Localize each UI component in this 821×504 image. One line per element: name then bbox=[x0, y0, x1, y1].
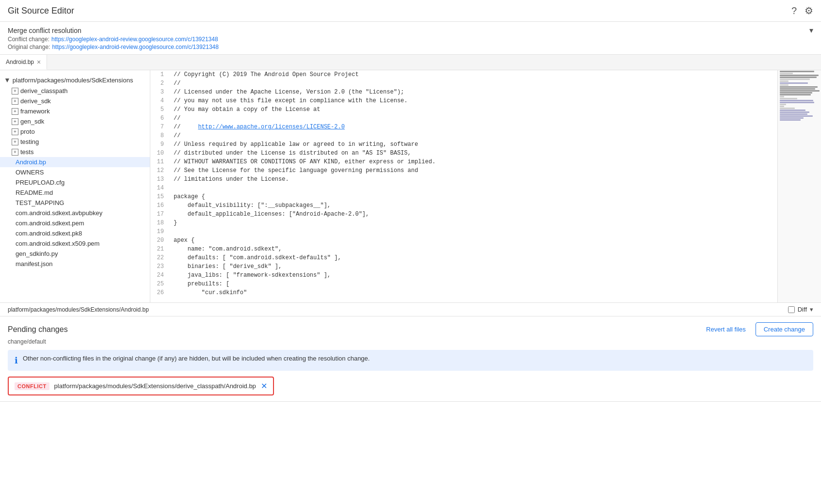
folder-expand-icon: + bbox=[12, 108, 18, 115]
conflict-change-label: Conflict change: bbox=[8, 36, 49, 43]
settings-icon[interactable]: ⚙ bbox=[805, 5, 813, 16]
diff-dropdown-icon[interactable]: ▾ bbox=[810, 306, 813, 313]
table-row: 1// Copyright (C) 2019 The Android Open … bbox=[150, 70, 777, 79]
line-number: 7 bbox=[150, 123, 170, 131]
line-number: 4 bbox=[150, 96, 170, 105]
tree-file-com-android-sdkext-pem[interactable]: com.android.sdkext.pem bbox=[0, 218, 150, 228]
pending-subtitle: change/default bbox=[8, 338, 813, 345]
tree-file-com-android-sdkext-pk8[interactable]: com.android.sdkext.pk8 bbox=[0, 228, 150, 238]
tree-file-com-android-sdkext-x509-pem[interactable]: com.android.sdkext.x509.pem bbox=[0, 238, 150, 249]
line-code: default_applicable_licenses: ["Android-A… bbox=[170, 210, 777, 219]
tree-file-manifest-json[interactable]: manifest.json bbox=[0, 259, 150, 269]
folder-expand-icon: + bbox=[12, 88, 18, 94]
top-bar: Git Source Editor ? ⚙ bbox=[0, 0, 821, 22]
file-label: Android.bp bbox=[16, 158, 46, 166]
table-row: 4// you may not use this file except in … bbox=[150, 96, 777, 105]
line-code bbox=[170, 184, 777, 192]
tree-folder-derive_classpath[interactable]: +derive_classpath bbox=[0, 86, 150, 96]
tree-folder-framework[interactable]: +framework bbox=[0, 106, 150, 116]
folder-label: proto bbox=[20, 128, 35, 135]
conflict-file-path: platform/packages/modules/SdkExtensions/… bbox=[54, 382, 256, 390]
line-code: name: "com.android.sdkext", bbox=[170, 245, 777, 253]
tree-root[interactable]: ▼ platform/packages/modules/SdkExtension… bbox=[0, 74, 150, 86]
line-code: apex { bbox=[170, 236, 777, 245]
table-row: 23 binaries: [ "derive_sdk" ], bbox=[150, 262, 777, 271]
file-label: TEST_MAPPING bbox=[16, 199, 64, 206]
path-bar: platform/packages/modules/SdkExtensions/… bbox=[0, 303, 821, 316]
file-tab-name: Android.bp bbox=[6, 59, 34, 65]
folder-label: tests bbox=[20, 148, 33, 156]
file-label: com.android.sdkext.pem bbox=[16, 220, 84, 227]
line-number: 25 bbox=[150, 280, 170, 288]
code-table: 1// Copyright (C) 2019 The Android Open … bbox=[150, 70, 777, 297]
main-area: ▼ platform/packages/modules/SdkExtension… bbox=[0, 70, 821, 303]
folder-expand-icon: + bbox=[12, 139, 18, 145]
original-change-row: Original change: https://googleplex-andr… bbox=[8, 44, 813, 50]
table-row: 6// bbox=[150, 114, 777, 123]
tree-file-com-android-sdkext-avbpubkey[interactable]: com.android.sdkext.avbpubkey bbox=[0, 208, 150, 218]
create-change-button[interactable]: Create change bbox=[756, 322, 813, 336]
file-tab-close-icon[interactable]: × bbox=[37, 58, 41, 66]
folder-label: derive_sdk bbox=[20, 97, 51, 105]
line-number: 8 bbox=[150, 131, 170, 140]
table-row: 24 java_libs: [ "framework-sdkextensions… bbox=[150, 271, 777, 280]
line-code: // http://www.apache.org/licenses/LICENS… bbox=[170, 123, 777, 131]
file-tree: ▼ platform/packages/modules/SdkExtension… bbox=[0, 70, 150, 302]
merge-conflict-title: Merge conflict resolution bbox=[8, 27, 81, 34]
line-number: 23 bbox=[150, 262, 170, 271]
table-row: 20apex { bbox=[150, 236, 777, 245]
line-code: // bbox=[170, 79, 777, 88]
tree-folder-derive_sdk[interactable]: +derive_sdk bbox=[0, 96, 150, 106]
conflict-change-row: Conflict change: https://googleplex-andr… bbox=[8, 36, 813, 43]
line-number: 20 bbox=[150, 236, 170, 245]
folder-expand-icon: + bbox=[12, 149, 18, 156]
app-title: Git Source Editor bbox=[8, 6, 74, 16]
info-text: Other non-conflicting files in the origi… bbox=[23, 355, 370, 362]
table-row: 13// limitations under the License. bbox=[150, 175, 777, 184]
line-number: 19 bbox=[150, 227, 170, 236]
tree-files: Android.bpOWNERSPREUPLOAD.cfgREADME.mdTE… bbox=[0, 157, 150, 269]
conflict-close-icon[interactable]: ✕ bbox=[261, 381, 267, 391]
tree-file-readme-md[interactable]: README.md bbox=[0, 188, 150, 198]
table-row: 19 bbox=[150, 227, 777, 236]
original-change-link[interactable]: https://googleplex-android-review.google… bbox=[52, 44, 219, 50]
file-label: com.android.sdkext.x509.pem bbox=[16, 240, 99, 247]
tree-file-preupload-cfg[interactable]: PREUPLOAD.cfg bbox=[0, 177, 150, 188]
line-number: 17 bbox=[150, 210, 170, 219]
revert-all-button[interactable]: Revert all files bbox=[702, 323, 750, 336]
chevron-down-icon[interactable]: ▾ bbox=[809, 26, 813, 35]
table-row: 17 default_applicable_licenses: ["Androi… bbox=[150, 210, 777, 219]
tree-file-android-bp[interactable]: Android.bp bbox=[0, 157, 150, 167]
code-editor[interactable]: 1// Copyright (C) 2019 The Android Open … bbox=[150, 70, 777, 302]
tree-folder-testing[interactable]: +testing bbox=[0, 137, 150, 147]
diff-control[interactable]: Diff ▾ bbox=[788, 306, 813, 313]
file-tab-android-bp[interactable]: Android.bp × bbox=[0, 55, 47, 70]
tree-folder-gen_sdk[interactable]: +gen_sdk bbox=[0, 116, 150, 126]
line-number: 1 bbox=[150, 70, 170, 79]
info-icon: ℹ bbox=[15, 355, 18, 366]
minimap bbox=[777, 70, 821, 302]
tree-folder-tests[interactable]: +tests bbox=[0, 147, 150, 157]
diff-checkbox[interactable] bbox=[788, 306, 795, 313]
folder-label: framework bbox=[20, 108, 50, 115]
code-link[interactable]: http://www.apache.org/licenses/LICENSE-2… bbox=[198, 124, 344, 130]
line-number: 16 bbox=[150, 201, 170, 210]
tree-file-test_mapping[interactable]: TEST_MAPPING bbox=[0, 198, 150, 208]
tree-file-owners[interactable]: OWNERS bbox=[0, 167, 150, 177]
line-code: defaults: [ "com.android.sdkext-defaults… bbox=[170, 253, 777, 262]
tree-folder-proto[interactable]: +proto bbox=[0, 126, 150, 137]
help-icon[interactable]: ? bbox=[791, 5, 797, 16]
table-row: 15package { bbox=[150, 192, 777, 201]
line-number: 9 bbox=[150, 140, 170, 149]
tree-root-label: platform/packages/modules/SdkExtensions bbox=[13, 77, 133, 84]
line-number: 21 bbox=[150, 245, 170, 253]
line-code: // bbox=[170, 131, 777, 140]
file-label: OWNERS bbox=[16, 169, 44, 176]
file-tab-bar: Android.bp × bbox=[0, 55, 821, 70]
file-label: README.md bbox=[16, 189, 53, 196]
line-code: binaries: [ "derive_sdk" ], bbox=[170, 262, 777, 271]
tree-file-gen_sdkinfo-py[interactable]: gen_sdkinfo.py bbox=[0, 249, 150, 259]
line-number: 24 bbox=[150, 271, 170, 280]
line-code: // bbox=[170, 114, 777, 123]
conflict-change-link[interactable]: https://googleplex-android-review.google… bbox=[51, 36, 218, 43]
